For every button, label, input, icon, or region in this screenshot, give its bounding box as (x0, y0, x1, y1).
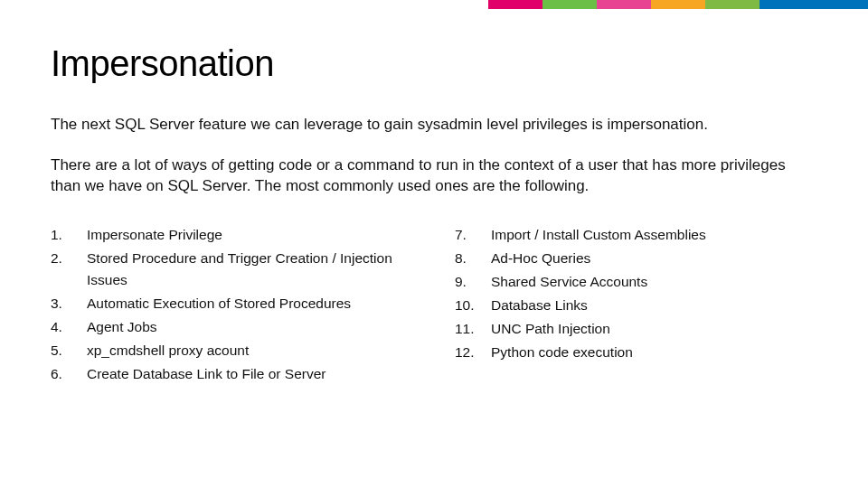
list-item: 12.Python code execution (455, 342, 817, 363)
list-item-text: Shared Service Accounts (491, 271, 647, 293)
list-item-number: 1. (51, 224, 74, 246)
slide-title: Impersonation (51, 43, 817, 84)
list-item-number: 10. (455, 295, 478, 316)
list-item-number: 5. (51, 340, 74, 361)
list-item: 2.Stored Procedure and Trigger Creation … (51, 248, 413, 291)
paragraph-1: The next SQL Server feature we can lever… (51, 115, 817, 136)
stripe-segment (597, 0, 651, 9)
list-item-number: 4. (51, 316, 74, 338)
list-item: 5.xp_cmdshell proxy acount (51, 340, 413, 361)
list-item: 7.Import / Install Custom Assemblies (455, 224, 817, 246)
stripe-segment (488, 0, 542, 9)
list-item-text: Import / Install Custom Assemblies (491, 224, 706, 246)
list-column-left: 1.Impersonate Privilege2.Stored Procedur… (51, 224, 413, 387)
list-item-number: 7. (455, 224, 478, 246)
list-item: 6.Create Database Link to File or Server (51, 363, 413, 385)
list-item-text: UNC Path Injection (491, 318, 610, 340)
stripe-segment (651, 0, 705, 9)
list-item: 1.Impersonate Privilege (51, 224, 413, 246)
list-item: 10.Database Links (455, 295, 817, 316)
stripe-segment (705, 0, 760, 9)
ordered-list-left: 1.Impersonate Privilege2.Stored Procedur… (51, 224, 413, 385)
list-item-text: xp_cmdshell proxy acount (87, 340, 249, 361)
list-item-text: Agent Jobs (87, 316, 157, 338)
list-item-text: Create Database Link to File or Server (87, 363, 326, 385)
accent-stripe (488, 0, 868, 9)
list-item: 9.Shared Service Accounts (455, 271, 817, 293)
slide: Impersonation The next SQL Server featur… (0, 0, 868, 488)
list-item-text: Database Links (491, 295, 588, 316)
list-item-text: Stored Procedure and Trigger Creation / … (87, 248, 413, 291)
list-item-number: 12. (455, 342, 478, 363)
list-item-number: 11. (455, 318, 478, 340)
list-item-number: 9. (455, 271, 478, 293)
ordered-list-right: 7.Import / Install Custom Assemblies8.Ad… (455, 224, 817, 363)
stripe-segment (542, 0, 597, 9)
list-column-right: 7.Import / Install Custom Assemblies8.Ad… (455, 224, 817, 387)
paragraph-2: There are a lot of ways of getting code … (51, 155, 817, 197)
list-item: 4.Agent Jobs (51, 316, 413, 338)
list-item-number: 2. (51, 248, 74, 291)
list-item-text: Automatic Execution of Stored Procedures (87, 293, 351, 314)
list-item: 3.Automatic Execution of Stored Procedur… (51, 293, 413, 314)
list-item: 11.UNC Path Injection (455, 318, 817, 340)
list-item-number: 6. (51, 363, 74, 385)
list-container: 1.Impersonate Privilege2.Stored Procedur… (51, 224, 817, 387)
list-item-text: Python code execution (491, 342, 633, 363)
stripe-segment (760, 0, 868, 9)
list-item-number: 3. (51, 293, 74, 314)
list-item-text: Ad-Hoc Queries (491, 248, 590, 269)
list-item: 8.Ad-Hoc Queries (455, 248, 817, 269)
list-item-text: Impersonate Privilege (87, 224, 222, 246)
list-item-number: 8. (455, 248, 478, 269)
